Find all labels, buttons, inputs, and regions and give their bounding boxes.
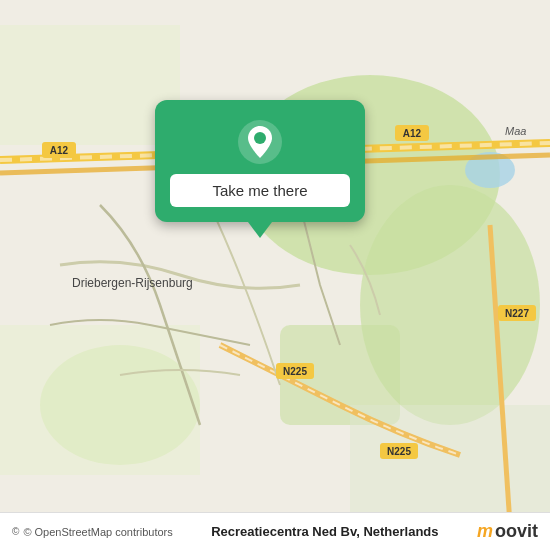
svg-text:Maa: Maa [505,125,526,137]
svg-text:Driebergen-Rijsenburg: Driebergen-Rijsenburg [72,276,193,290]
svg-text:A12: A12 [403,128,422,139]
moovit-m-letter: m [477,521,493,542]
svg-text:N227: N227 [505,308,529,319]
copyright-symbol: © [12,526,19,537]
osm-attribution: © OpenStreetMap contributors [23,526,172,538]
svg-text:N225: N225 [283,366,307,377]
svg-rect-4 [0,25,180,145]
attribution: © © OpenStreetMap contributors [12,526,173,538]
svg-text:A12: A12 [50,145,69,156]
svg-rect-5 [0,325,200,475]
popup-card: Take me there [155,100,365,222]
map-container: A12 A12 Maa N225 N225 N227 Driebergen-Ri… [0,0,550,550]
svg-text:N225: N225 [387,446,411,457]
svg-point-25 [254,132,266,144]
moovit-text: oovit [495,521,538,542]
bottom-bar: © © OpenStreetMap contributors Recreatie… [0,512,550,550]
map-svg: A12 A12 Maa N225 N225 N227 Driebergen-Ri… [0,0,550,550]
location-name: Recreatiecentra Ned Bv, Netherlands [173,524,477,539]
take-me-there-button[interactable]: Take me there [170,174,350,207]
location-pin-icon [238,120,282,164]
moovit-logo: m oovit [477,521,538,542]
